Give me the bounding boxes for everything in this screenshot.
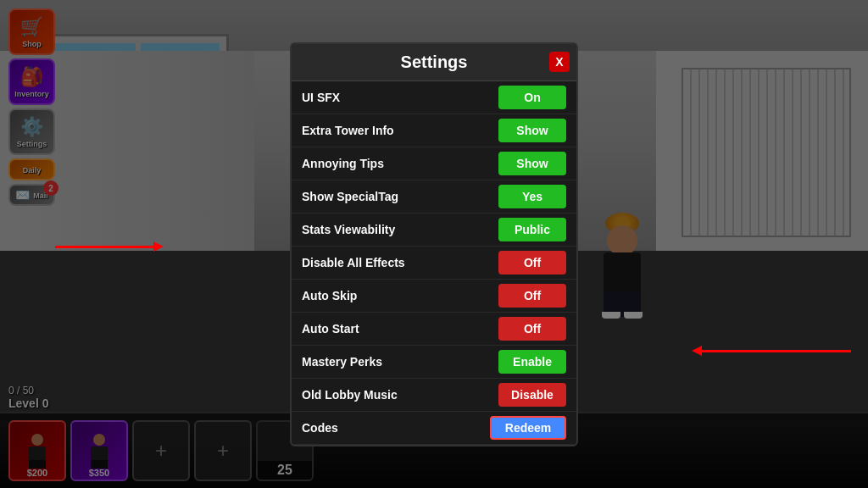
settings-row-label-10: Codes [302, 421, 338, 435]
settings-row-btn-8[interactable]: Enable [498, 350, 566, 374]
settings-row-label-4: Stats Viewability [302, 223, 395, 236]
settings-row-btn-10[interactable]: Redeem [490, 416, 566, 440]
settings-row-2: Annoying TipsShow [292, 147, 576, 180]
settings-row-btn-7[interactable]: Off [498, 317, 566, 341]
settings-row-1: Extra Tower InfoShow [292, 114, 576, 147]
settings-row-4: Stats ViewabilityPublic [292, 214, 576, 247]
settings-row-btn-4[interactable]: Public [498, 218, 566, 241]
settings-row-btn-2[interactable]: Show [498, 152, 566, 175]
settings-row-btn-9[interactable]: Disable [498, 383, 566, 407]
settings-row-label-5: Disable All Effects [302, 256, 405, 269]
settings-row-btn-6[interactable]: Off [498, 284, 566, 308]
settings-row-label-2: Annoying Tips [302, 157, 384, 170]
redeem-arrow [698, 350, 851, 352]
settings-row-8: Mastery PerksEnable [292, 346, 576, 379]
settings-row-label-7: Auto Start [302, 322, 359, 336]
settings-header: Settings X [292, 44, 576, 81]
settings-row-label-0: UI SFX [302, 91, 340, 104]
settings-row-7: Auto StartOff [292, 313, 576, 346]
settings-title: Settings [401, 53, 468, 72]
settings-row-9: Old Lobby MusicDisable [292, 379, 576, 412]
settings-row-0: UI SFXOn [292, 81, 576, 114]
settings-row-label-6: Auto Skip [302, 289, 357, 302]
settings-rows: UI SFXOnExtra Tower InfoShowAnnoying Tip… [292, 81, 576, 445]
settings-row-btn-0[interactable]: On [498, 86, 566, 109]
settings-row-btn-5[interactable]: Off [498, 251, 566, 274]
close-button[interactable]: X [549, 52, 570, 72]
settings-row-label-9: Old Lobby Music [302, 388, 398, 402]
settings-row-3: Show SpecialTagYes [292, 180, 576, 214]
modal-overlay: Settings X UI SFXOnExtra Tower InfoShowA… [0, 0, 868, 488]
settings-row-6: Auto SkipOff [292, 280, 576, 313]
settings-row-label-8: Mastery Perks [302, 355, 382, 369]
settings-row-label-3: Show SpecialTag [302, 190, 398, 203]
settings-row-5: Disable All EffectsOff [292, 247, 576, 280]
settings-arrow [55, 246, 157, 248]
settings-modal: Settings X UI SFXOnExtra Tower InfoShowA… [290, 42, 578, 446]
settings-row-btn-1[interactable]: Show [498, 119, 566, 142]
settings-row-btn-3[interactable]: Yes [498, 185, 566, 208]
settings-row-label-1: Extra Tower Info [302, 124, 394, 137]
settings-row-10: CodesRedeem [292, 412, 576, 445]
